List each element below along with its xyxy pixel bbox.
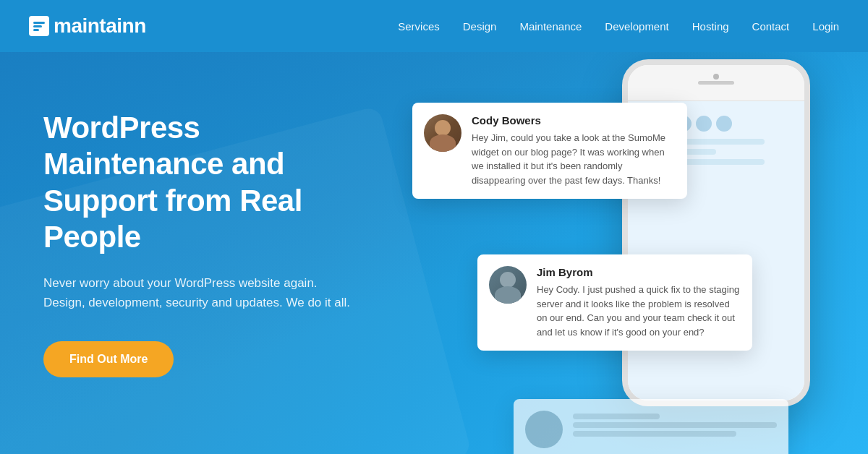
chat-content-partial — [573, 411, 777, 448]
chat-card-partial — [514, 399, 788, 454]
cta-button[interactable]: Find Out More — [43, 341, 174, 377]
hero-content: WordPress Maintenance and Support from R… — [0, 52, 405, 377]
nav-hosting[interactable]: Hosting — [692, 20, 729, 33]
partial-bar-3 — [573, 431, 736, 437]
chat-card-jim: Jim Byrom Hey Cody. I just pushed a quic… — [477, 254, 752, 351]
nav-services[interactable]: Services — [398, 20, 440, 33]
header: maintainn Services Design Maintenance De… — [0, 0, 868, 52]
svg-rect-2 — [33, 29, 39, 31]
nav-development[interactable]: Development — [605, 20, 668, 33]
partial-bar-1 — [573, 414, 660, 419]
chat-message-jim: Hey Cody. I just pushed a quick fix to t… — [537, 283, 741, 339]
nav-design[interactable]: Design — [463, 20, 497, 33]
chat-name-jim: Jim Byrom — [537, 266, 741, 278]
phone-dot-5 — [716, 116, 732, 132]
avatar-cody — [424, 114, 461, 152]
chat-content-cody: Cody Bowers Hey Jim, could you take a lo… — [472, 114, 676, 187]
main-nav: Services Design Maintenance Development … — [398, 20, 839, 33]
hero-subtitle: Never worry about your WordPress website… — [43, 273, 362, 312]
hero-illustration: Cody Bowers Hey Jim, could you take a lo… — [405, 52, 868, 454]
logo[interactable]: maintainn — [29, 14, 146, 38]
phone-camera — [713, 74, 719, 80]
partial-bar-2 — [573, 422, 777, 428]
logo-text: maintainn — [54, 14, 146, 38]
chat-content-jim: Jim Byrom Hey Cody. I just pushed a quic… — [537, 266, 741, 339]
chat-message-cody: Hey Jim, could you take a look at the Su… — [472, 131, 676, 187]
svg-rect-1 — [33, 25, 42, 27]
nav-login[interactable]: Login — [812, 20, 839, 33]
chat-card-cody: Cody Bowers Hey Jim, could you take a lo… — [412, 103, 687, 199]
nav-contact[interactable]: Contact — [752, 20, 790, 33]
phone-speaker — [698, 81, 734, 85]
chat-name-cody: Cody Bowers — [472, 114, 676, 127]
hero-section: WordPress Maintenance and Support from R… — [0, 52, 868, 454]
nav-maintenance[interactable]: Maintenance — [519, 20, 582, 33]
svg-rect-0 — [33, 22, 45, 24]
avatar-jim — [489, 266, 527, 304]
phone-top — [628, 65, 804, 101]
avatar-partial — [525, 411, 563, 448]
phone-dot-4 — [696, 116, 712, 132]
logo-icon — [29, 16, 49, 36]
hero-title: WordPress Maintenance and Support from R… — [43, 110, 362, 256]
